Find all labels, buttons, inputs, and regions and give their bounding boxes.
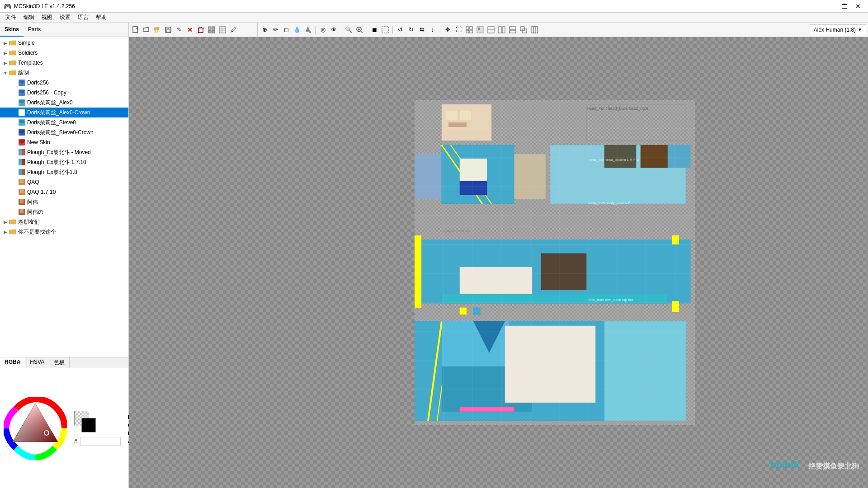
tool-3dview[interactable]: 👁 xyxy=(329,25,339,35)
menu-settings[interactable]: 设置 xyxy=(56,13,74,22)
tree-item-awei-no[interactable]: ▶ 阿伟の xyxy=(0,207,128,217)
tab-parts[interactable]: Parts xyxy=(24,23,45,37)
skin-icon-doris-steve0 xyxy=(18,119,25,126)
new-button[interactable] xyxy=(131,25,141,35)
svg-rect-142 xyxy=(460,407,514,412)
svg-rect-25 xyxy=(470,30,472,33)
tree-item-simple[interactable]: ▶ Simple xyxy=(0,38,128,48)
label-awei: 阿伟 xyxy=(27,198,38,206)
save-button[interactable] xyxy=(163,25,173,35)
tab-hsva[interactable]: HSVA xyxy=(25,357,49,368)
tool-extra1[interactable] xyxy=(486,25,496,35)
tree-item-qaq[interactable]: ▶ QAQ xyxy=(0,177,128,187)
tool-extra4[interactable] xyxy=(519,25,528,35)
folder-icon-old-friends xyxy=(9,218,16,225)
tree-item-draw[interactable]: ▼ 绘制 xyxy=(0,68,128,78)
tree-item-doris-alex0-crown[interactable]: ▶ Doris朵莉丝_Alex0-Crown xyxy=(0,108,128,117)
app-icon: 🎮 xyxy=(4,3,11,10)
tree-item-new-skin[interactable]: ▶ New Skin xyxy=(0,137,128,147)
tree-item-plough-18[interactable]: ▶ Plough_Ex黎北斗1.8 xyxy=(0,167,128,177)
label-new-skin: New Skin xyxy=(27,139,50,145)
menu-help[interactable]: 帮助 xyxy=(92,13,110,22)
grid2-button[interactable] xyxy=(217,25,227,35)
tool-flip-h[interactable]: ⇆ xyxy=(417,25,427,35)
close-button[interactable]: ✕ xyxy=(852,2,864,11)
tool-zoom-in[interactable] xyxy=(354,25,364,35)
tool-fill[interactable] xyxy=(303,25,313,35)
tool-deselect[interactable] xyxy=(380,25,390,35)
tree-item-doris256-copy[interactable]: ▶ Doris256 - Copy xyxy=(0,88,128,98)
tree-item-templates[interactable]: ▶ Templates xyxy=(0,58,128,68)
minimize-button[interactable]: — xyxy=(825,2,837,11)
menu-view[interactable]: 视图 xyxy=(38,13,56,22)
tool-dropper[interactable]: 💧 xyxy=(292,25,302,35)
open-button[interactable] xyxy=(142,25,151,35)
svg-rect-10 xyxy=(212,30,215,33)
skin-icon-new-skin xyxy=(18,139,25,146)
tabs-area: Skins Parts xyxy=(0,23,129,37)
tree-item-doris-steve0-crown[interactable]: ▶ Doris朵莉丝_Steve0-Crown xyxy=(0,127,128,137)
tab-rgba[interactable]: RGBA xyxy=(0,357,25,368)
maximize-button[interactable]: 🗖 xyxy=(838,2,851,11)
menu-language[interactable]: 语言 xyxy=(74,13,92,22)
tool-lasso[interactable]: ◎ xyxy=(318,25,328,35)
tool-eraser[interactable]: ◻ xyxy=(281,25,291,35)
toolbar-sep3 xyxy=(367,26,367,34)
tab-palette[interactable]: 色板 xyxy=(49,357,70,368)
file-tree[interactable]: ▶ Simple ▶ Soldiers ▶ Templates xyxy=(0,37,128,357)
svg-rect-121 xyxy=(604,145,636,168)
tab-skins[interactable]: Skins xyxy=(0,23,24,37)
tool-extra5[interactable] xyxy=(529,25,539,35)
tool-resize[interactable]: ⛶ xyxy=(453,25,463,35)
grid1-button[interactable] xyxy=(207,25,217,35)
label-qaq: QAQ xyxy=(27,179,39,185)
menu-edit[interactable]: 编辑 xyxy=(20,13,38,22)
tool-extra2[interactable] xyxy=(497,25,507,35)
rename-button[interactable]: ✎ xyxy=(174,25,184,35)
tree-item-doris-steve0[interactable]: ▶ Doris朵莉丝_Steve0 xyxy=(0,117,128,127)
color-swatches[interactable] xyxy=(74,411,101,433)
tree-item-qaq-1710[interactable]: ▶ QAQ 1.7.10 xyxy=(0,187,128,197)
svg-rect-78 xyxy=(20,193,22,195)
tool-move[interactable]: ✥ xyxy=(443,25,453,35)
folder-icon-dont-find xyxy=(9,228,16,235)
tool-select-color[interactable]: ◼ xyxy=(369,25,379,35)
menu-file[interactable]: 文件 xyxy=(2,13,20,22)
delete-skin-button[interactable] xyxy=(196,25,206,35)
svg-rect-8 xyxy=(212,27,215,29)
tree-item-dont-find[interactable]: ▶ 你不是要找这个 xyxy=(0,227,128,237)
tree-item-old-friends[interactable]: ▶ 老朋友们 xyxy=(0,217,128,227)
color-wheel[interactable] xyxy=(4,397,67,460)
tool-bg[interactable] xyxy=(475,25,485,35)
tree-item-plough-moved[interactable]: ▶ Plough_Ex黎北斗 - Moved xyxy=(0,147,128,157)
svg-rect-22 xyxy=(466,27,469,29)
tree-item-doris256[interactable]: ▶ Doris256 xyxy=(0,78,128,88)
hex-input[interactable]: 00000000 xyxy=(80,437,121,446)
tool-zoom-out[interactable]: 🔍 xyxy=(344,25,354,35)
tool-pencil[interactable]: ✏ xyxy=(270,25,280,35)
save-folder-button[interactable]: 📁 xyxy=(152,25,162,35)
tool-rotate-left[interactable]: ↺ xyxy=(395,25,405,35)
svg-rect-82 xyxy=(20,203,22,205)
tool-extra3[interactable] xyxy=(508,25,518,35)
tree-item-soldiers[interactable]: ▶ Soldiers xyxy=(0,48,128,58)
tree-item-awei[interactable]: ▶ 阿伟 xyxy=(0,197,128,207)
tree-item-plough-1710[interactable]: ▶ Plough_Ex黎北斗 1.7.10 xyxy=(0,157,128,167)
tool-rotate-right[interactable]: ↻ xyxy=(406,25,416,35)
svg-text:📁: 📁 xyxy=(154,29,159,33)
eyedropper-button[interactable]: 🖊 xyxy=(228,25,238,35)
model-selector[interactable]: Alex Human (1.8) ▼ xyxy=(810,24,866,35)
canvas-area[interactable]: head_front head_back head_right xyxy=(129,37,868,488)
hex-label: # xyxy=(74,438,77,445)
svg-rect-131 xyxy=(460,267,532,299)
titlebar: 🎮 MCSkin3D LE v1.4.2.256 — 🗖 ✕ xyxy=(0,0,868,13)
delete-x-button[interactable]: ✕ xyxy=(185,25,195,35)
svg-rect-66 xyxy=(19,149,22,155)
foreground-color-swatch[interactable] xyxy=(81,418,96,432)
tool-navigate[interactable]: ⊕ xyxy=(259,25,269,35)
tool-flip-v[interactable]: ↕ xyxy=(428,25,438,35)
tree-item-doris-alex0[interactable]: ▶ Doris朵莉丝_Alex0 xyxy=(0,98,128,108)
svg-rect-5 xyxy=(198,28,203,33)
svg-rect-39 xyxy=(19,80,24,83)
tool-grid[interactable] xyxy=(464,25,474,35)
